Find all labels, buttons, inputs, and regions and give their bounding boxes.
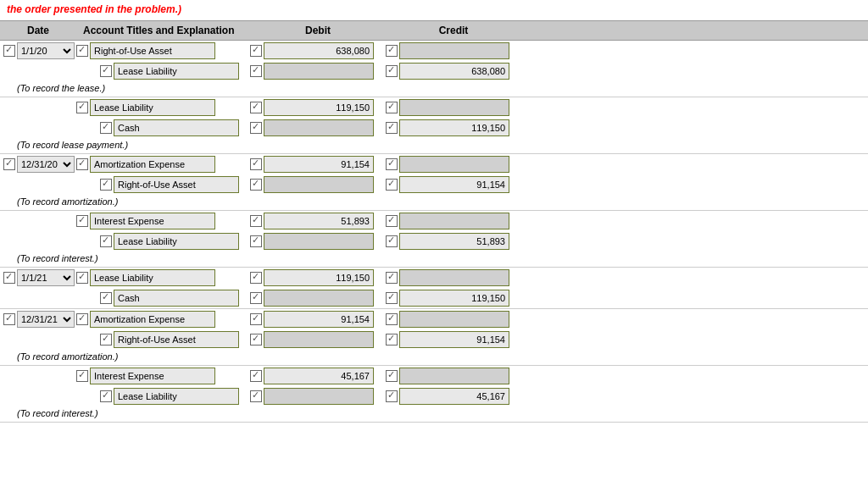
account-input[interactable]	[90, 311, 215, 328]
account-input[interactable]	[90, 42, 215, 59]
credit-input[interactable]	[399, 156, 509, 173]
debit-input[interactable]	[264, 233, 374, 250]
account-checkbox[interactable]	[100, 65, 112, 77]
credit-checkbox[interactable]	[386, 292, 398, 304]
account-input[interactable]	[90, 368, 215, 384]
account-checkbox[interactable]	[76, 102, 88, 113]
debit-checkbox[interactable]	[250, 334, 262, 346]
debit-cell	[250, 368, 386, 384]
account-checkbox[interactable]	[100, 334, 112, 346]
account-checkbox[interactable]	[76, 370, 88, 382]
debit-input[interactable]	[264, 99, 374, 116]
account-input[interactable]	[90, 213, 215, 229]
account-checkbox[interactable]	[100, 390, 112, 402]
debit-input[interactable]	[264, 311, 374, 328]
row-checkbox[interactable]	[3, 158, 15, 170]
credit-checkbox[interactable]	[386, 272, 398, 284]
debit-checkbox[interactable]	[250, 272, 262, 284]
credit-input[interactable]	[399, 233, 509, 250]
debit-input[interactable]	[264, 63, 374, 80]
debit-checkbox[interactable]	[250, 370, 262, 382]
credit-input[interactable]	[399, 388, 509, 405]
account-checkbox[interactable]	[100, 235, 112, 247]
account-cell	[76, 213, 250, 229]
account-checkbox[interactable]	[76, 215, 88, 227]
credit-input[interactable]	[399, 63, 509, 80]
credit-checkbox[interactable]	[386, 65, 398, 77]
row-checkbox[interactable]	[3, 272, 15, 284]
debit-input[interactable]	[264, 290, 374, 307]
account-input[interactable]	[114, 331, 239, 348]
account-input[interactable]	[90, 269, 215, 286]
credit-input[interactable]	[399, 213, 509, 229]
credit-checkbox[interactable]	[386, 334, 398, 346]
account-checkbox[interactable]	[100, 179, 112, 191]
debit-input[interactable]	[264, 388, 374, 405]
credit-input[interactable]	[399, 290, 509, 307]
entry-section-3: (To record interest.)	[0, 211, 868, 268]
debit-checkbox[interactable]	[250, 292, 262, 304]
debit-checkbox[interactable]	[250, 390, 262, 402]
credit-checkbox[interactable]	[386, 370, 398, 382]
credit-input[interactable]	[399, 311, 509, 328]
account-checkbox[interactable]	[76, 272, 88, 284]
debit-checkbox[interactable]	[250, 45, 262, 57]
account-input[interactable]	[114, 119, 239, 136]
debit-checkbox[interactable]	[250, 122, 262, 134]
account-input[interactable]	[114, 63, 239, 80]
date-select[interactable]: 12/31/20	[17, 156, 75, 173]
account-input[interactable]	[90, 99, 215, 116]
entry-section-6: (To record interest.)	[0, 366, 868, 423]
debit-input[interactable]	[264, 156, 374, 173]
credit-checkbox[interactable]	[386, 102, 398, 113]
credit-checkbox[interactable]	[386, 235, 398, 247]
account-checkbox[interactable]	[100, 292, 112, 304]
credit-input[interactable]	[399, 176, 509, 193]
credit-input[interactable]	[399, 99, 509, 116]
account-input[interactable]	[114, 176, 239, 193]
credit-checkbox[interactable]	[386, 179, 398, 191]
credit-checkbox[interactable]	[386, 215, 398, 227]
credit-checkbox[interactable]	[386, 45, 398, 57]
date-select[interactable]: 1/1/20	[17, 42, 75, 59]
date-select[interactable]: 12/31/21	[17, 311, 75, 328]
account-checkbox[interactable]	[76, 313, 88, 325]
date-select[interactable]: 1/1/21	[17, 269, 75, 286]
debit-checkbox[interactable]	[250, 102, 262, 113]
debit-input[interactable]	[264, 176, 374, 193]
debit-input[interactable]	[264, 213, 374, 229]
account-input[interactable]	[114, 388, 239, 405]
row-checkbox[interactable]	[3, 45, 15, 57]
credit-checkbox[interactable]	[386, 313, 398, 325]
credit-input[interactable]	[399, 269, 509, 286]
debit-input[interactable]	[264, 119, 374, 136]
debit-cell	[250, 156, 386, 173]
debit-checkbox[interactable]	[250, 313, 262, 325]
credit-input[interactable]	[399, 119, 509, 136]
credit-checkbox[interactable]	[386, 158, 398, 170]
debit-checkbox[interactable]	[250, 65, 262, 77]
account-input[interactable]	[90, 156, 215, 173]
debit-input[interactable]	[264, 331, 374, 348]
credit-input[interactable]	[399, 368, 509, 384]
credit-checkbox[interactable]	[386, 390, 398, 402]
debit-input[interactable]	[264, 42, 374, 59]
debit-checkbox[interactable]	[250, 215, 262, 227]
credit-input[interactable]	[399, 331, 509, 348]
credit-cell	[386, 269, 521, 286]
journal-row: 1/1/20	[0, 41, 868, 61]
account-input[interactable]	[114, 290, 239, 307]
debit-checkbox[interactable]	[250, 235, 262, 247]
account-checkbox[interactable]	[100, 122, 112, 134]
debit-input[interactable]	[264, 368, 374, 384]
debit-input[interactable]	[264, 269, 374, 286]
account-checkbox[interactable]	[76, 45, 88, 57]
credit-input[interactable]	[399, 42, 509, 59]
row-checkbox[interactable]	[3, 313, 15, 325]
debit-checkbox[interactable]	[250, 158, 262, 170]
account-input[interactable]	[114, 233, 239, 250]
debit-checkbox[interactable]	[250, 179, 262, 191]
credit-checkbox[interactable]	[386, 122, 398, 134]
credit-cell	[386, 311, 521, 328]
account-checkbox[interactable]	[76, 158, 88, 170]
